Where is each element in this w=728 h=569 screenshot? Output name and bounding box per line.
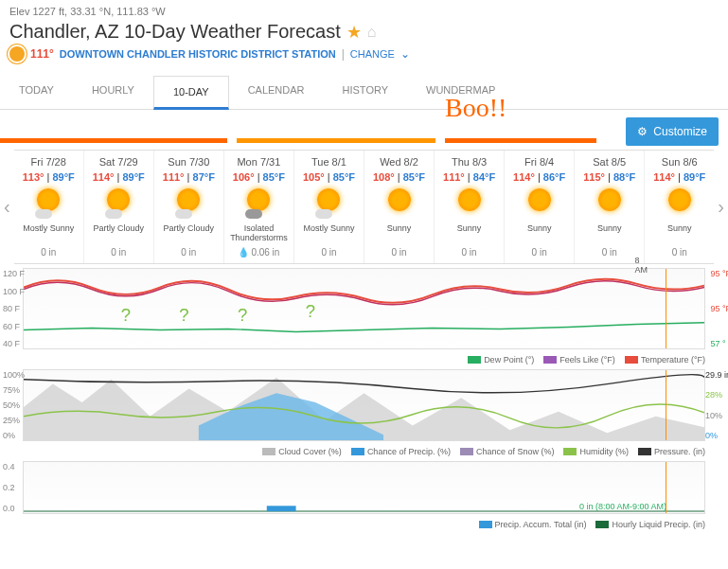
condition-text: Sunny [577,224,642,243]
tab-10-day[interactable]: 10-DAY [153,76,229,110]
day-date: Fri 7/28 [16,156,81,168]
sunny-icon [382,188,417,222]
annotation-line [0,138,227,143]
precip-text: 0 in [16,247,81,258]
lo-temp: 85°F [403,171,425,183]
mostly-sunny-icon [311,188,346,222]
annotation-line [445,138,596,143]
day-card[interactable]: Sun 7/30111° | 87°FPartly Cloudy 0 in [154,151,224,263]
hi-temp: 114° [513,171,535,183]
precip-text: 0 in [86,247,151,258]
condition-text: Sunny [647,224,712,243]
hi-temp: 106° [233,171,255,183]
elevation-coords: Elev 1227 ft, 33.31 °N, 111.83 °W [9,6,719,17]
prev-arrow[interactable]: ‹ [0,196,14,218]
condition-text: Partly Cloudy [86,224,151,243]
station-link[interactable]: DOWNTOWN CHANDLER HISTORIC DISTRICT STAT… [60,48,336,60]
condition-text: Isolated Thunderstorms [226,224,292,243]
customize-label: Customize [653,125,707,138]
day-date: Sat 7/29 [86,156,151,168]
svg-text:?: ? [306,302,315,320]
next-arrow[interactable]: › [714,196,728,218]
page-title: Chandler, AZ 10-Day Weather Forecast [9,21,341,43]
hi-temp: 114° [653,171,675,183]
svg-rect-5 [267,506,296,511]
day-card[interactable]: Thu 8/3111° | 84°FSunny 0 in [435,151,505,263]
legend-item: Feels Like (°F) [543,355,615,365]
lo-temp: 89°F [52,171,74,183]
hi-temp: 108° [373,171,395,183]
svg-text:?: ? [121,306,131,324]
condition-text: Sunny [366,224,432,243]
precip-text: 0 in [296,247,362,258]
svg-text:?: ? [238,306,247,324]
sunny-icon [453,188,487,222]
day-date: Mon 7/31 [226,156,292,168]
tab-today[interactable]: TODAY [0,75,73,109]
precip-text: 0 in [436,247,502,258]
customize-button[interactable]: ⚙ Customize [626,117,719,146]
tab-hourly[interactable]: HOURLY [73,75,153,109]
change-station-link[interactable]: CHANGE [350,48,395,60]
divider: | [342,47,345,61]
forecast-days: Fri 7/28113° | 89°FMostly Sunny 0 inSat … [14,150,715,264]
day-date: Thu 8/3 [436,156,502,168]
svg-text:?: ? [179,306,188,324]
legend-item: Chance of Precip. (%) [351,447,451,456]
day-date: Wed 8/2 [366,156,432,168]
day-card[interactable]: Fri 7/28113° | 89°FMostly Sunny 0 in [14,151,84,263]
chevron-down-icon[interactable]: ⌄ [400,47,410,61]
day-card[interactable]: Wed 8/2108° | 85°FSunny 0 in [364,151,435,263]
temp-chart[interactable]: 120 F100 F80 F60 F40 F ? ? ? ? 95 °F95 °… [23,268,705,349]
precip-chart[interactable]: 0.40.20.0 0 in (8:00 AM-9:00 AM) [23,461,705,514]
current-temp: 111° [30,47,54,61]
legend-item: Humidity (%) [563,447,629,456]
day-card[interactable]: Sun 8/6114° | 89°FSunny 0 in [645,151,714,263]
humidity-chart[interactable]: 100%75%50%25%0% 29.9 in28%10%0% [23,369,705,441]
day-date: Tue 8/1 [296,156,362,168]
precip-text: 💧 0.06 in [226,247,292,258]
storm-icon [241,188,275,222]
sun-icon [9,46,25,62]
partly-cloudy-icon [101,188,135,222]
lo-temp: 84°F [473,171,495,183]
precip-marker-label: 0 in (8:00 AM-9:00 AM) [579,502,666,511]
sunny-icon [523,188,557,222]
legend-item: Dew Point (°) [468,355,534,365]
annotation-line [237,138,435,143]
chart1-legend: Dew Point (°)Feels Like (°F)Temperature … [0,353,728,365]
hi-temp: 115° [583,171,605,183]
day-card[interactable]: Sat 8/5115° | 88°FSunny 0 in [575,151,645,263]
home-icon[interactable]: ⌂ [367,24,377,41]
lo-temp: 89°F [122,171,144,183]
precip-text: 0 in [647,247,712,258]
day-card[interactable]: Tue 8/1105° | 85°FMostly Sunny 0 in [294,151,364,263]
hi-temp: 114° [93,171,115,183]
lo-temp: 86°F [543,171,565,183]
day-card[interactable]: Fri 8/4114° | 86°FSunny 0 in [505,151,575,263]
day-card[interactable]: Mon 7/31106° | 85°FIsolated Thunderstorm… [224,151,294,263]
hi-temp: 105° [303,171,325,183]
lo-temp: 88°F [613,171,635,183]
partly-cloudy-icon [171,188,205,222]
day-card[interactable]: Sat 7/29114° | 89°FPartly Cloudy 0 in [84,151,154,263]
sunny-icon [663,188,697,222]
day-date: Sat 8/5 [577,156,642,168]
tabs: TODAYHOURLY10-DAYCALENDARHISTORYWUNDERMA… [0,75,728,110]
hi-temp: 111° [443,171,465,183]
legend-item: Hourly Liquid Precip. (in) [595,520,705,529]
condition-text: Partly Cloudy [156,224,222,243]
time-marker-label: 8 AM [635,256,648,275]
gear-icon: ⚙ [637,125,648,138]
lo-temp: 85°F [333,171,355,183]
legend-item: Chance of Snow (%) [460,447,555,456]
tab-calendar[interactable]: CALENDAR [229,75,324,109]
tab-history[interactable]: HISTORY [324,75,408,109]
favorite-star-icon[interactable]: ★ [346,22,362,43]
precip-text: 0 in [366,247,432,258]
legend-item: Cloud Cover (%) [262,447,342,456]
day-date: Sun 7/30 [156,156,222,168]
condition-text: Sunny [436,224,502,243]
day-date: Sun 8/6 [647,156,712,168]
legend-item: Pressure. (in) [638,447,705,456]
